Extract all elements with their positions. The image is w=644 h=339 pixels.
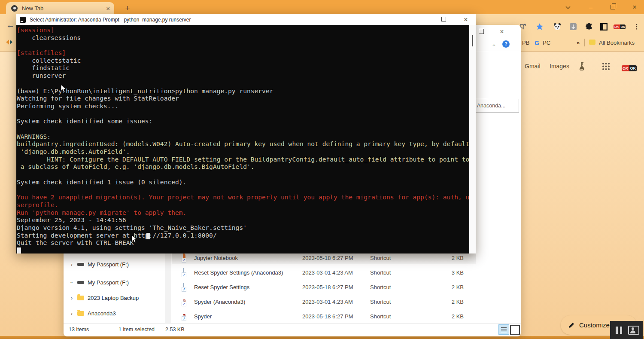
tree-item-2023-laptop-backup[interactable]: ›2023 Laptop Backup: [68, 292, 162, 303]
shortcut-arrow-icon: ↗: [182, 287, 186, 292]
chevron-expanded-icon[interactable]: ›: [69, 278, 75, 286]
hand-extension-icon[interactable]: [568, 22, 578, 31]
tree-item-anaconda3[interactable]: ›Anaconda3: [68, 308, 162, 319]
folder-icon: [77, 296, 84, 300]
console-line: [17, 79, 469, 87]
file-type: Shortcut: [370, 284, 434, 290]
document-shortcut-icon: ↗: [183, 283, 191, 291]
statusbar-divider: [64, 323, 521, 324]
diamond-favicon-icon[interactable]: [6, 39, 13, 46]
explorer-maximize-icon[interactable]: [477, 27, 486, 36]
console-output[interactable]: [sessions] clearsessions [staticfiles] c…: [16, 25, 469, 253]
chrome-favicon-icon: [11, 5, 18, 12]
console-line: HINT: Configure the DEFAULT_AUTO_FIELD s…: [17, 156, 469, 163]
console-line: 'django.db.models.AutoField'.: [17, 148, 469, 156]
all-bookmarks-label[interactable]: All Bookmarks: [599, 40, 635, 46]
window-chevron-down-icon[interactable]: [564, 3, 572, 11]
google-apps-grid-icon[interactable]: [602, 62, 610, 70]
recorder-overlay: [610, 321, 643, 339]
tab-close-icon[interactable]: ×: [106, 5, 110, 12]
chrome-menu-icon[interactable]: ⋮: [632, 22, 641, 31]
spyder-shortcut-icon: S↗: [183, 298, 191, 305]
shortcut-arrow-icon: ↗: [182, 272, 186, 277]
panda-extension-icon[interactable]: [553, 22, 562, 31]
console-line: [17, 125, 469, 133]
labs-flask-icon[interactable]: [577, 61, 587, 71]
terminal-maximize-icon[interactable]: [437, 15, 450, 24]
tree-item-label: Anaconda3: [88, 310, 116, 317]
tree-item-label: My Passport (F:): [88, 279, 129, 286]
file-row[interactable]: S↗Spyder2023-05-18 6:27 PMShortcut2 KB: [172, 310, 476, 323]
okok-extension-icon[interactable]: OKOK: [614, 22, 626, 31]
terminal-minimize-icon[interactable]: –: [416, 15, 429, 24]
new-tab-button[interactable]: +: [123, 3, 132, 13]
tree-item-label: 2023 Laptop Backup: [88, 295, 139, 301]
terminal-close-icon[interactable]: ×: [459, 15, 472, 24]
explorer-close-icon[interactable]: ×: [497, 27, 507, 36]
console-line: collectstatic: [17, 57, 469, 64]
window-restore-icon[interactable]: [608, 3, 617, 11]
console-line: System check identified 1 issue (0 silen…: [17, 178, 469, 186]
screen: New Tab × + – × ← OKOK ⋮ PB G PC »: [0, 0, 644, 339]
chevron-collapsed-icon[interactable]: ›: [68, 310, 76, 317]
tree-item-my-passport-f-[interactable]: ›My Passport (F:): [68, 277, 162, 288]
file-type: Shortcut: [370, 269, 434, 276]
profile-avatar[interactable]: OKOK: [622, 64, 637, 71]
window-minimize-icon[interactable]: –: [586, 3, 595, 11]
mouse-cursor-icon: [61, 84, 67, 93]
console-line: Django version 4.1, using settings 'The_…: [17, 224, 469, 232]
console-line: runserver: [17, 72, 469, 79]
thumbnail-view-button[interactable]: [510, 325, 520, 335]
chevron-collapsed-icon[interactable]: ›: [68, 261, 76, 268]
terminal-scrollbar[interactable]: [469, 25, 476, 253]
images-link[interactable]: Images: [550, 63, 569, 70]
terminal-titlebar[interactable]: Select Administrator: Anaconda Prompt - …: [16, 14, 476, 25]
pause-icon[interactable]: [616, 327, 622, 334]
drive-icon: [77, 281, 84, 284]
file-date: 2023-03-01 4:23 AM: [302, 269, 370, 276]
console-line: [sessions]: [17, 26, 469, 34]
shortcut-arrow-icon: ↗: [182, 316, 186, 321]
file-row[interactable]: ↗Reset Spyder Settings2023-05-18 6:27 PM…: [172, 281, 476, 293]
console-mark-cursor: [146, 233, 150, 239]
console-line: You have 2 unapplied migration(s). Your …: [17, 193, 469, 201]
help-icon[interactable]: ?: [502, 40, 510, 48]
ribbon-divider: [469, 51, 521, 51]
details-view-button[interactable]: [498, 324, 509, 335]
file-row[interactable]: ↗Reset Spyder Settings (Anaconda3)2023-0…: [172, 266, 476, 279]
console-line: Starting development server at http://12…: [17, 232, 469, 239]
file-name: Spyder (Anaconda3): [194, 299, 302, 305]
all-bookmarks-folder-icon: [589, 40, 595, 45]
dark-square-extension-icon[interactable]: [599, 22, 608, 31]
back-icon[interactable]: ←: [6, 20, 15, 30]
bookmark-star-icon[interactable]: [535, 22, 544, 31]
bookmark-item-pc[interactable]: PC: [543, 40, 550, 46]
extensions-puzzle-icon[interactable]: [584, 22, 594, 31]
file-name: Reset Spyder Settings: [194, 284, 302, 290]
window-bottom-edge: [0, 336, 644, 339]
file-size: 3 KB: [434, 269, 464, 276]
mouse-cursor-icon: [131, 235, 138, 244]
terminal-scroll-thumb[interactable]: [472, 35, 473, 46]
file-date: 2023-05-18 6:27 PM: [302, 313, 370, 320]
console-line: buildpantry.ingredientUsed: (models.W042…: [17, 140, 469, 148]
tree-item-my-passport-f-[interactable]: ›My Passport (F:): [68, 259, 162, 270]
explorer-search-input[interactable]: h Anaconda...: [471, 99, 519, 113]
console-line: Watching for file changes with StatReloa…: [17, 95, 469, 102]
bookmark-item-pb[interactable]: PB: [522, 40, 529, 46]
console-line: Performing system checks...: [17, 102, 469, 110]
file-date: 2023-03-01 4:23 AM: [302, 299, 370, 305]
tree-scrollbar[interactable]: [165, 250, 171, 324]
bookmarks-overflow-icon[interactable]: »: [577, 40, 580, 46]
window-close-icon[interactable]: ×: [630, 3, 639, 11]
webcam-person-icon[interactable]: [628, 326, 639, 335]
file-type: Shortcut: [370, 313, 434, 320]
bookmarks-divider: [584, 39, 585, 46]
file-date: 2023-05-18 6:27 PM: [302, 284, 370, 290]
ribbon-collapse-icon[interactable]: ›: [491, 44, 497, 46]
gmail-link[interactable]: Gmail: [525, 63, 541, 70]
browser-tab[interactable]: New Tab ×: [6, 2, 114, 14]
file-date: 2023-05-18 6:27 PM: [302, 255, 370, 261]
file-row[interactable]: S↗Spyder (Anaconda3)2023-03-01 4:23 AMSh…: [172, 295, 476, 308]
chevron-collapsed-icon[interactable]: ›: [68, 295, 76, 301]
